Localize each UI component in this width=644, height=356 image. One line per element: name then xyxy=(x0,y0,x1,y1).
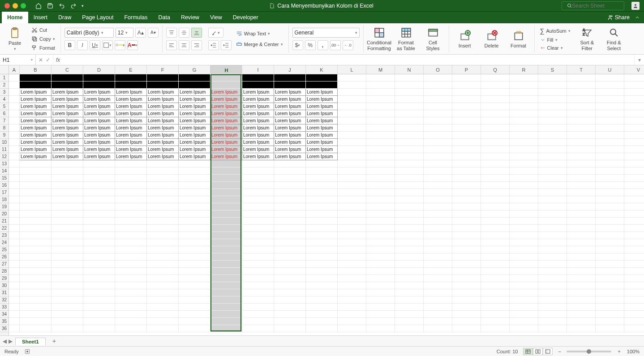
cell-H32[interactable] xyxy=(210,296,242,304)
cell-K14[interactable] xyxy=(306,167,338,175)
minimize-window-button[interactable] xyxy=(13,3,18,9)
cell-L18[interactable] xyxy=(338,196,366,203)
cell-E17[interactable] xyxy=(115,189,147,196)
cell-J8[interactable]: Lorem Ipsum xyxy=(274,124,306,132)
cell-Q2[interactable] xyxy=(481,81,510,89)
cell-H5[interactable]: Lorem Ipsum xyxy=(210,103,242,110)
cell-M2[interactable] xyxy=(366,81,395,89)
cell-O12[interactable] xyxy=(424,153,452,160)
cell-L34[interactable] xyxy=(338,311,366,318)
currency-icon[interactable]: $▾ xyxy=(292,40,303,50)
cell-A15[interactable] xyxy=(9,175,20,182)
row-header-22[interactable]: 22 xyxy=(0,225,9,232)
cell-M21[interactable] xyxy=(366,218,395,225)
row-header-10[interactable]: 10 xyxy=(0,139,9,146)
cell-B13[interactable] xyxy=(20,160,52,167)
cell-I31[interactable] xyxy=(242,289,274,296)
cell-N27[interactable] xyxy=(395,261,424,268)
cell-V36[interactable] xyxy=(624,325,644,332)
cell-P10[interactable] xyxy=(452,139,481,146)
comma-icon[interactable]: , xyxy=(318,40,328,50)
cell-E6[interactable]: Lorem Ipsum xyxy=(115,110,147,117)
cell-U14[interactable] xyxy=(596,167,624,175)
tab-page-layout[interactable]: Page Layout xyxy=(77,12,119,23)
cell-P20[interactable] xyxy=(452,210,481,218)
cell-G10[interactable]: Lorem Ipsum xyxy=(179,139,210,146)
cell-N33[interactable] xyxy=(395,304,424,311)
qat-customize-caret[interactable]: ▾ xyxy=(82,4,84,8)
cell-E27[interactable] xyxy=(115,261,147,268)
cell-N22[interactable] xyxy=(395,225,424,232)
decrease-indent-icon[interactable] xyxy=(208,40,219,50)
increase-font-icon[interactable]: A▴ xyxy=(135,28,146,38)
cell-H7[interactable]: Lorem Ipsum xyxy=(210,117,242,124)
cell-N23[interactable] xyxy=(395,232,424,239)
cell-B1[interactable] xyxy=(20,74,52,81)
cell-O20[interactable] xyxy=(424,210,452,218)
cell-H16[interactable] xyxy=(210,182,242,189)
cell-I19[interactable] xyxy=(242,203,274,210)
row-header-12[interactable]: 12 xyxy=(0,153,9,160)
cell-E8[interactable]: Lorem Ipsum xyxy=(115,124,147,132)
wrap-text-button[interactable]: Wrap Text ▾ xyxy=(234,30,285,38)
cell-R10[interactable] xyxy=(510,139,538,146)
cell-J30[interactable] xyxy=(274,282,306,289)
cell-L15[interactable] xyxy=(338,175,366,182)
cell-Q19[interactable] xyxy=(481,203,510,210)
cell-R23[interactable] xyxy=(510,232,538,239)
cell-N29[interactable] xyxy=(395,275,424,282)
cell-F30[interactable] xyxy=(147,282,179,289)
cell-G4[interactable]: Lorem Ipsum xyxy=(179,96,210,103)
row-header-25[interactable]: 25 xyxy=(0,246,9,253)
cell-S31[interactable] xyxy=(538,289,567,296)
cell-A11[interactable] xyxy=(9,146,20,153)
column-header-C[interactable]: C xyxy=(52,65,83,74)
cell-C10[interactable]: Lorem Ipsum xyxy=(52,139,83,146)
cell-C14[interactable] xyxy=(52,167,83,175)
cell-F2[interactable] xyxy=(147,81,179,89)
font-size-select[interactable]: 12▾ xyxy=(116,28,133,38)
cell-H19[interactable] xyxy=(210,203,242,210)
align-right-icon[interactable] xyxy=(191,40,202,50)
row-header-11[interactable]: 11 xyxy=(0,146,9,153)
italic-button[interactable]: I xyxy=(77,40,88,50)
cell-V29[interactable] xyxy=(624,275,644,282)
cell-O5[interactable] xyxy=(424,103,452,110)
column-header-B[interactable]: B xyxy=(20,65,52,74)
cell-S24[interactable] xyxy=(538,239,567,246)
cell-E12[interactable]: Lorem Ipsum xyxy=(115,153,147,160)
cell-E19[interactable] xyxy=(115,203,147,210)
cell-Q25[interactable] xyxy=(481,246,510,253)
row-header-28[interactable]: 28 xyxy=(0,268,9,275)
cell-B9[interactable]: Lorem Ipsum xyxy=(20,132,52,139)
cell-I9[interactable]: Lorem Ipsum xyxy=(242,132,274,139)
cell-T12[interactable] xyxy=(567,153,596,160)
cell-S28[interactable] xyxy=(538,268,567,275)
cell-K1[interactable] xyxy=(306,74,338,81)
delete-cells-button[interactable]: Delete xyxy=(480,29,504,49)
cell-A27[interactable] xyxy=(9,261,20,268)
cell-F31[interactable] xyxy=(147,289,179,296)
cell-C15[interactable] xyxy=(52,175,83,182)
cell-V21[interactable] xyxy=(624,218,644,225)
row-header-23[interactable]: 23 xyxy=(0,232,9,239)
cell-S11[interactable] xyxy=(538,146,567,153)
cell-R8[interactable] xyxy=(510,124,538,132)
cell-D22[interactable] xyxy=(83,225,115,232)
cell-M15[interactable] xyxy=(366,175,395,182)
cell-V5[interactable] xyxy=(624,103,644,110)
cell-R3[interactable] xyxy=(510,89,538,96)
row-header-6[interactable]: 6 xyxy=(0,110,9,117)
cell-E20[interactable] xyxy=(115,210,147,218)
cell-T30[interactable] xyxy=(567,282,596,289)
cell-G7[interactable]: Lorem Ipsum xyxy=(179,117,210,124)
undo-icon[interactable] xyxy=(58,2,65,9)
cell-T32[interactable] xyxy=(567,296,596,304)
cell-P5[interactable] xyxy=(452,103,481,110)
cell-E10[interactable]: Lorem Ipsum xyxy=(115,139,147,146)
cell-I27[interactable] xyxy=(242,261,274,268)
cell-R22[interactable] xyxy=(510,225,538,232)
cell-F36[interactable] xyxy=(147,325,179,332)
cell-J7[interactable]: Lorem Ipsum xyxy=(274,117,306,124)
cell-D21[interactable] xyxy=(83,218,115,225)
